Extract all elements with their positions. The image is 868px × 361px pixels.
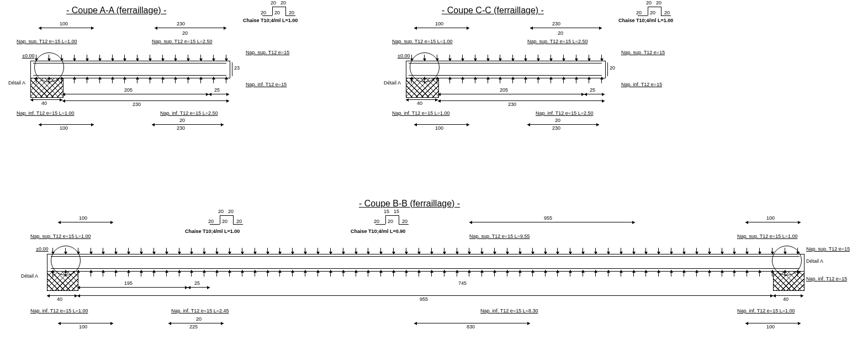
level: ±0.00 — [398, 53, 410, 59]
dim-vbar — [607, 62, 608, 76]
dim-bar — [152, 124, 224, 125]
dim-bar — [414, 323, 530, 323]
chaise-label: Chaise T10;4/ml L=1.00 — [618, 18, 673, 23]
dim-bar — [773, 295, 803, 296]
dim-230-2: 230 — [508, 102, 516, 107]
nap-inf-r: Nap. inf. T12 e=15 L=1.00 — [737, 308, 795, 314]
detail-circle — [410, 52, 440, 82]
dim-40: 40 — [417, 100, 422, 106]
dim-bar — [77, 295, 773, 296]
c1-dim: 20 — [222, 219, 227, 224]
nap-sup-1: Nap. sup. T12 e=15 L=1.00 — [30, 233, 91, 239]
dim-230-3: 230 — [177, 125, 185, 131]
dim-bar — [39, 124, 94, 125]
c2-dim: 20 — [374, 219, 379, 224]
dim-bar — [30, 99, 62, 100]
section-a: - Coupe A-A (ferraillage) - 20 20 20 20 … — [0, 0, 331, 138]
nap-inf-label: Nap. inf. T12 e=15 — [621, 82, 662, 87]
dim-195: 195 — [124, 280, 133, 286]
dim-bar — [209, 94, 229, 94]
dim-25: 25 — [214, 87, 220, 93]
chaise1-label: Chaise T10;4/ml L=1.00 — [185, 229, 240, 234]
dim-bar — [168, 323, 224, 323]
section-b: - Coupe B-B (ferraillage) - 20 20 20 20 … — [0, 199, 868, 359]
title-c: - Coupe C-C (ferraillage) - — [442, 6, 544, 15]
level: ±0.00 — [36, 246, 48, 252]
dim-205: 205 — [124, 87, 133, 93]
dim-25: 25 — [590, 87, 595, 93]
rebar-top — [51, 256, 800, 257]
dim-25: 25 — [194, 280, 200, 286]
dim-23: 23 — [234, 65, 240, 71]
dim-100-2: 100 — [60, 125, 68, 131]
nap-sup-label: Nap. sup. T12 e=15 — [246, 50, 289, 55]
dim-bar — [77, 287, 188, 288]
detail-a: Détail A — [8, 80, 25, 86]
dim-205: 205 — [500, 87, 508, 93]
nap-sup-1: Nap. sup. T12 e=15 L=1.00 — [17, 39, 77, 44]
dim-100-2: 100 — [435, 125, 443, 131]
arrows-inf — [36, 55, 226, 61]
dim-230-2: 230 — [133, 102, 141, 107]
dim-830: 830 — [467, 324, 475, 330]
dim-bar — [745, 222, 801, 222]
detail-a: Détail A — [384, 80, 401, 86]
dim-bar — [62, 100, 229, 101]
c2-dim: 20 — [402, 219, 407, 224]
nap-sup-2: Nap. sup. T12 e=15 L=2.50 — [152, 39, 212, 44]
dim-bar — [530, 28, 602, 28]
dim-bar — [155, 28, 226, 28]
arrows-sup — [36, 77, 226, 83]
ch-dim: 20 — [280, 0, 286, 6]
title-b: - Coupe B-B (ferraillage) - — [359, 199, 460, 209]
dim-bar — [39, 28, 94, 28]
dim-bar — [438, 100, 605, 101]
nap-sup-955: Nap. sup. T12 e=15 L=9.55 — [469, 233, 530, 239]
dim-745: 745 — [458, 280, 467, 286]
dim-230: 230 — [552, 21, 560, 26]
dim-225: 225 — [189, 324, 198, 330]
arrows-sup — [411, 77, 602, 83]
ch-dim: 20 — [274, 10, 280, 15]
dim-40: 40 — [41, 100, 47, 106]
chaise2-label: Chaise T10;4/ml L=0.90 — [351, 229, 405, 234]
nap-inf-1: Nap. inf. T12 e=15 L=1.00 — [392, 110, 449, 116]
dim-vbar — [232, 62, 232, 76]
nap-sup-2: Nap. sup. T12 e=15 L=2.50 — [527, 39, 588, 44]
c2-dim: 15 — [394, 209, 399, 214]
c1-dim: 20 — [236, 219, 242, 224]
rebar-bot — [33, 75, 226, 76]
title-a: - Coupe A-A (ferraillage) - — [66, 6, 166, 15]
dim-20b: 20 — [555, 118, 560, 123]
c1-dim: 20 — [218, 209, 224, 214]
ch-dim: 20 — [656, 0, 661, 6]
nap-inf-label: Nap. inf. T12 e=15 — [806, 276, 847, 282]
dim-bar — [527, 124, 599, 125]
c2-dim: 20 — [388, 219, 393, 224]
dim-bar — [62, 94, 209, 94]
dim-100: 100 — [60, 21, 68, 26]
nap-inf-label: Nap. inf. T12 e=15 — [246, 82, 287, 87]
nap-inf-2: Nap. inf. T12 e=15 L=2.50 — [536, 110, 593, 116]
arrows-inf — [52, 248, 798, 254]
ch-dim: 20 — [271, 0, 276, 6]
level: ±0.00 — [22, 53, 34, 59]
rebar-bot — [51, 268, 800, 269]
dim-230-3: 230 — [552, 125, 560, 131]
nap-inf-1: Nap. inf. T12 e=15 L=1.00 — [30, 308, 88, 314]
nap-inf-2: Nap. inf. T12 e=15 L=2.50 — [160, 110, 218, 116]
dim-955: 955 — [544, 215, 552, 221]
section-c: - Coupe C-C (ferraillage) - 20 20 20 20 … — [375, 0, 707, 138]
dim-bar — [58, 222, 113, 222]
dim-20s: 20 — [182, 30, 188, 36]
dim-100: 100 — [435, 21, 443, 26]
dim-230: 230 — [177, 21, 185, 26]
arrows-sup — [52, 270, 798, 277]
c2-dim: 15 — [384, 209, 389, 214]
nap-sup-label: Nap. sup. T12 e=15 — [621, 50, 665, 55]
dim-bar — [414, 124, 469, 125]
dim-bar — [469, 222, 635, 222]
dim-bar — [745, 323, 801, 323]
c1-dim: 20 — [208, 219, 214, 224]
detail-right — [772, 246, 802, 275]
